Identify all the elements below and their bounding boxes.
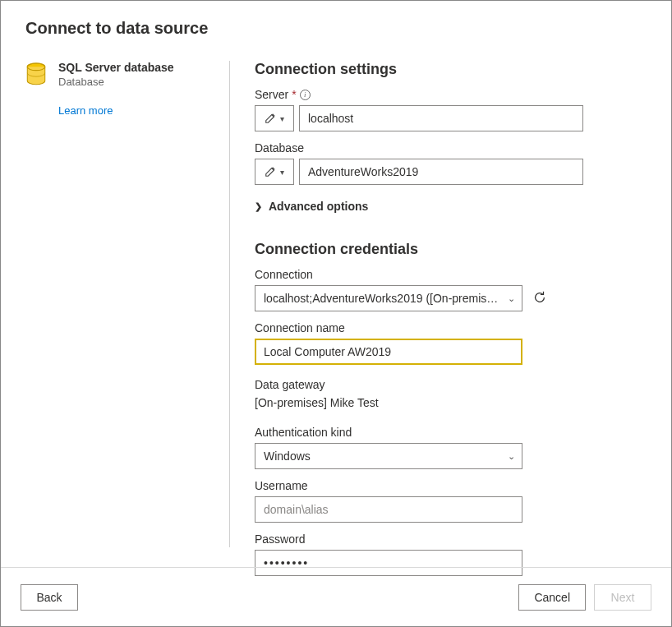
pencil-icon bbox=[265, 113, 276, 124]
connection-settings-heading: Connection settings bbox=[255, 61, 583, 78]
form-panel: Connection settings Server * i ▾ Databas… bbox=[255, 61, 583, 547]
advanced-options-toggle[interactable]: ❯ Advanced options bbox=[255, 200, 583, 213]
chevron-right-icon: ❯ bbox=[255, 201, 262, 212]
vertical-divider bbox=[229, 61, 230, 547]
auth-kind-select[interactable]: Windows ⌄ bbox=[255, 443, 522, 469]
data-source-title: SQL Server database bbox=[58, 61, 174, 74]
username-input[interactable] bbox=[255, 496, 522, 523]
sidebar: SQL Server database Database Learn more bbox=[25, 61, 229, 547]
data-gateway-label: Data gateway bbox=[255, 378, 583, 391]
connection-name-label: Connection name bbox=[255, 321, 345, 334]
learn-more-link[interactable]: Learn more bbox=[58, 104, 113, 117]
data-source-subtitle: Database bbox=[58, 76, 174, 88]
server-mode-dropdown[interactable]: ▾ bbox=[255, 105, 294, 131]
auth-kind-label: Authentication kind bbox=[255, 426, 352, 439]
server-label: Server bbox=[255, 88, 288, 101]
database-input[interactable] bbox=[299, 159, 583, 185]
auth-kind-value: Windows bbox=[264, 450, 311, 463]
chevron-down-icon: ⌄ bbox=[508, 451, 515, 462]
advanced-options-label: Advanced options bbox=[269, 200, 368, 213]
username-label: Username bbox=[255, 479, 308, 492]
refresh-icon bbox=[532, 290, 547, 305]
required-indicator: * bbox=[292, 88, 296, 101]
data-gateway-value: [On-premises] Mike Test bbox=[255, 396, 583, 409]
database-mode-dropdown[interactable]: ▾ bbox=[255, 159, 294, 185]
back-button[interactable]: Back bbox=[21, 584, 78, 611]
next-button: Next bbox=[594, 584, 651, 611]
chevron-down-icon: ▾ bbox=[280, 168, 284, 177]
footer: Back Cancel Next bbox=[1, 567, 671, 626]
connection-credentials-heading: Connection credentials bbox=[255, 241, 583, 258]
pencil-icon bbox=[265, 166, 276, 177]
connection-label: Connection bbox=[255, 268, 313, 281]
connection-name-input[interactable] bbox=[255, 339, 522, 365]
cancel-button[interactable]: Cancel bbox=[518, 584, 586, 611]
connection-select-value: localhost;AdventureWorks2019 ([On-premis… bbox=[264, 292, 498, 305]
chevron-down-icon: ▾ bbox=[280, 114, 284, 123]
page-title: Connect to data source bbox=[1, 1, 671, 38]
info-icon[interactable]: i bbox=[300, 90, 311, 100]
password-label: Password bbox=[255, 532, 305, 546]
server-input[interactable] bbox=[299, 105, 583, 131]
content-area: SQL Server database Database Learn more … bbox=[1, 38, 671, 547]
connection-select[interactable]: localhost;AdventureWorks2019 ([On-premis… bbox=[255, 285, 522, 311]
database-icon bbox=[25, 62, 47, 87]
database-label: Database bbox=[255, 141, 304, 154]
chevron-down-icon: ⌄ bbox=[508, 293, 515, 304]
data-source-header: SQL Server database Database bbox=[25, 61, 229, 88]
refresh-button[interactable] bbox=[532, 290, 547, 307]
